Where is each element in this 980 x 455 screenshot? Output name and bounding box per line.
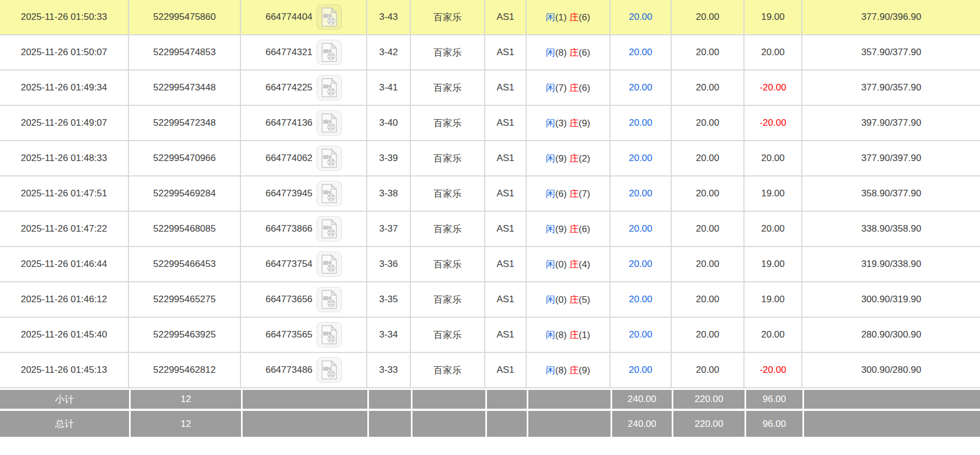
- platform-cell: AS1: [485, 247, 527, 282]
- valid-amount-cell: 20.00: [672, 247, 745, 282]
- subtotal-empty-cell: [411, 388, 485, 409]
- bet-amount-link[interactable]: 20.00: [629, 365, 652, 375]
- table-number-cell: 3-35: [367, 282, 411, 318]
- table-row[interactable]: 2025-11-26 01:46:12 522995465275 6647736…: [0, 282, 980, 318]
- video-file-icon: [320, 42, 338, 62]
- round-number-cell: 664773565: [241, 318, 367, 353]
- round-number-cell: 664774136: [241, 106, 367, 141]
- subtotal-empty-cell: [485, 388, 527, 409]
- video-replay-button[interactable]: [317, 251, 342, 277]
- valid-amount-cell: 20.00: [672, 353, 745, 388]
- banker-label: 庄: [569, 12, 579, 23]
- table-row[interactable]: 2025-11-26 01:48:33 522995470966 6647740…: [0, 141, 980, 176]
- win-loss-cell: 19.00: [745, 176, 802, 212]
- table-row[interactable]: 2025-11-26 01:50:33 522995475860 6647744…: [0, 0, 980, 35]
- player-points: (9): [555, 153, 567, 164]
- balance-cell: 280.90/300.90: [802, 318, 980, 353]
- table-row[interactable]: 2025-11-26 01:50:07 522995474853 6647743…: [0, 35, 980, 71]
- table-row[interactable]: 2025-11-26 01:49:34 522995473448 6647742…: [0, 71, 980, 106]
- rows-body: 2025-11-26 01:50:33 522995475860 6647744…: [0, 0, 980, 388]
- video-file-icon: [320, 360, 338, 380]
- balance-cell: 397.90/377.90: [802, 106, 980, 141]
- video-file-icon: [320, 290, 338, 309]
- player-label: 闲: [546, 118, 555, 129]
- table-row[interactable]: 2025-11-26 01:47:51 522995469284 6647739…: [0, 176, 980, 212]
- video-replay-button[interactable]: [317, 110, 342, 136]
- order-number-cell: 522995474853: [129, 35, 241, 71]
- game-name-cell: 百家乐: [411, 35, 485, 71]
- game-name-cell: 百家乐: [411, 106, 485, 141]
- round-number: 664773754: [265, 259, 312, 270]
- subtotal-empty-cell: [802, 388, 980, 409]
- banker-label: 庄: [569, 189, 579, 199]
- platform-cell: AS1: [485, 353, 527, 388]
- game-result-cell: 闲(1) 庄(6): [527, 0, 611, 35]
- table-row[interactable]: 2025-11-26 01:45:40 522995463925 6647735…: [0, 318, 980, 353]
- order-number-cell: 522995462812: [129, 353, 241, 388]
- table-number-cell: 3-38: [367, 176, 411, 212]
- table-row[interactable]: 2025-11-26 01:46:44 522995466453 6647737…: [0, 247, 980, 282]
- video-replay-button[interactable]: [317, 40, 342, 65]
- bet-amount-link[interactable]: 20.00: [629, 47, 652, 57]
- player-points: (0): [555, 295, 567, 305]
- balance-cell: 300.90/280.90: [802, 353, 980, 388]
- table-row[interactable]: 2025-11-26 01:47:22 522995468085 6647738…: [0, 212, 980, 247]
- win-loss-cell: 19.00: [745, 247, 802, 282]
- banker-points: (5): [579, 295, 590, 305]
- video-replay-button[interactable]: [317, 75, 342, 100]
- balance-cell: 300.90/319.90: [802, 282, 980, 318]
- order-number-cell: 522995470966: [129, 141, 241, 176]
- platform-cell: AS1: [485, 176, 527, 212]
- order-number-cell: 522995472348: [129, 106, 241, 141]
- banker-label: 庄: [569, 259, 579, 270]
- video-replay-button[interactable]: [317, 287, 342, 312]
- subtotal-bet-amount: 240.00: [611, 388, 672, 409]
- valid-amount-cell: 20.00: [672, 71, 745, 106]
- total-count: 12: [129, 409, 241, 437]
- bet-amount-link[interactable]: 20.00: [629, 188, 652, 199]
- bet-amount-link[interactable]: 20.00: [629, 117, 652, 128]
- video-replay-button[interactable]: [317, 181, 342, 206]
- platform-cell: AS1: [485, 282, 527, 318]
- video-replay-button[interactable]: [317, 322, 342, 347]
- total-win-loss: 96.00: [745, 409, 802, 437]
- bet-amount-link[interactable]: 20.00: [629, 12, 652, 22]
- win-loss-cell: 20.00: [745, 35, 802, 71]
- banker-points: (6): [579, 47, 590, 58]
- table-row[interactable]: 2025-11-26 01:45:13 522995462812 6647734…: [0, 353, 980, 388]
- bet-amount-link[interactable]: 20.00: [629, 223, 652, 234]
- game-result-cell: 闲(3) 庄(9): [527, 106, 611, 141]
- platform-cell: AS1: [485, 106, 527, 141]
- bet-amount-link[interactable]: 20.00: [629, 329, 652, 340]
- round-number: 664774225: [265, 82, 312, 93]
- bet-time-cell: 2025-11-26 01:47:51: [0, 176, 129, 212]
- banker-label: 庄: [569, 295, 579, 305]
- video-replay-button[interactable]: [317, 216, 342, 242]
- video-file-icon: [320, 325, 338, 345]
- video-replay-button[interactable]: [317, 146, 342, 171]
- valid-amount-cell: 20.00: [672, 0, 745, 35]
- bet-time-cell: 2025-11-26 01:50:33: [0, 0, 129, 35]
- total-empty-cell: [485, 409, 527, 437]
- bet-records-table: 2025-11-26 01:50:33 522995475860 6647744…: [0, 0, 980, 437]
- banker-points: (4): [579, 259, 590, 270]
- total-empty-cell: [241, 409, 367, 437]
- video-replay-button[interactable]: [317, 357, 342, 383]
- valid-amount-cell: 20.00: [672, 212, 745, 247]
- table-row[interactable]: 2025-11-26 01:49:07 522995472348 6647741…: [0, 106, 980, 141]
- bet-amount-link[interactable]: 20.00: [629, 153, 652, 163]
- bet-amount-link[interactable]: 20.00: [629, 259, 652, 269]
- win-loss-cell: -20.00: [745, 71, 802, 106]
- round-number-cell: 664773866: [241, 212, 367, 247]
- bet-time-cell: 2025-11-26 01:45:40: [0, 318, 129, 353]
- video-replay-button[interactable]: [317, 4, 342, 30]
- bet-amount-link[interactable]: 20.00: [629, 294, 652, 304]
- banker-label: 庄: [569, 224, 579, 234]
- bet-amount-link[interactable]: 20.00: [629, 82, 652, 93]
- bet-time-cell: 2025-11-26 01:49:34: [0, 71, 129, 106]
- video-file-icon: [320, 7, 338, 27]
- total-empty-cell: [802, 409, 980, 437]
- order-number-cell: 522995469284: [129, 176, 241, 212]
- bet-amount-cell: 20.00: [611, 247, 672, 282]
- total-valid-amount: 220.00: [672, 409, 745, 437]
